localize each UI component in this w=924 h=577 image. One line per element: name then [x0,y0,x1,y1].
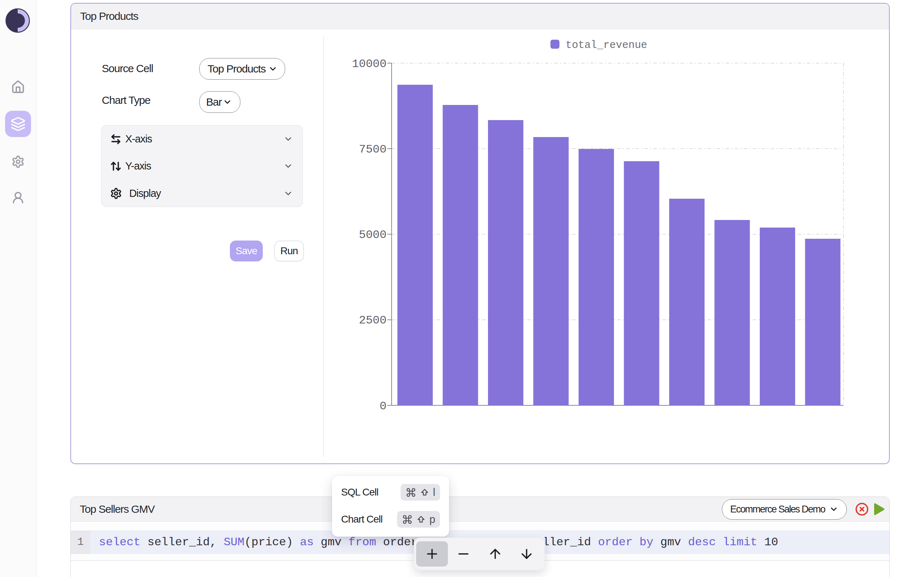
svg-text:total_revenue: total_revenue [565,39,647,51]
svg-text:10000: 10000 [352,57,386,71]
svg-text:0: 0 [380,400,386,413]
svg-text:5000: 5000 [359,228,386,242]
svg-text:7500: 7500 [359,143,386,156]
svg-text:2500: 2500 [359,314,386,327]
